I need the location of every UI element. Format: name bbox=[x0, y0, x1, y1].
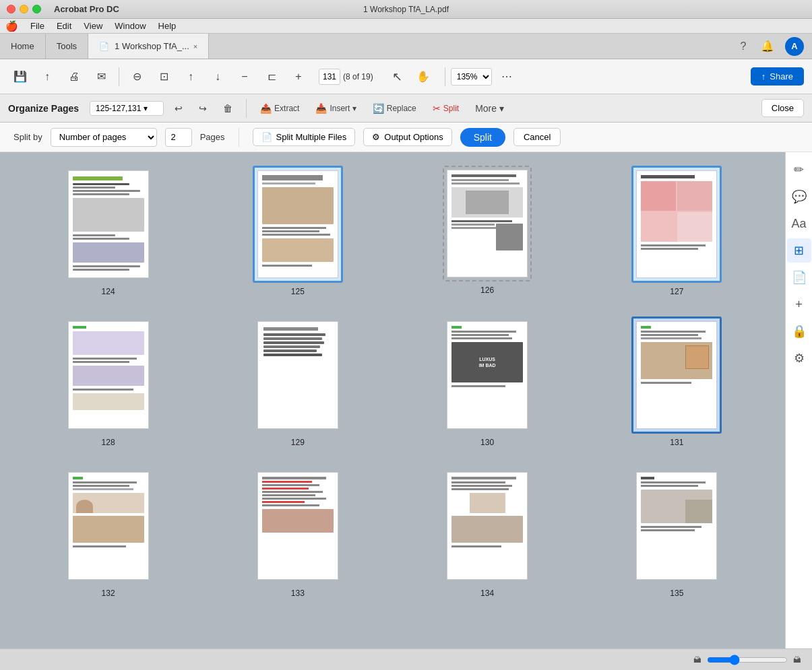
zoom-in-status-icon[interactable]: 🏔 bbox=[793, 655, 801, 665]
redo-button[interactable]: ↪ bbox=[193, 100, 212, 116]
close-organize-button[interactable]: Close bbox=[761, 99, 804, 117]
sidebar-create-pdf-icon[interactable]: + bbox=[787, 292, 811, 316]
extract-label: Extract bbox=[274, 104, 299, 113]
page-thumb-130[interactable]: LUXUSIM BAD 130 bbox=[400, 316, 575, 447]
menu-view[interactable]: View bbox=[78, 20, 108, 32]
split-action-button[interactable]: Split bbox=[460, 128, 505, 147]
sidebar-export-pdf-icon[interactable]: 📄 bbox=[787, 265, 811, 290]
page-thumb-127[interactable]: 127 bbox=[589, 166, 765, 296]
menu-help[interactable]: Help bbox=[153, 20, 182, 32]
page-range-dropdown-icon[interactable]: ▾ bbox=[144, 104, 148, 113]
zoom-out-small-button[interactable]: ⊖ bbox=[125, 65, 149, 89]
prev-page-button[interactable]: ↑ bbox=[179, 65, 203, 89]
page-thumb-128[interactable]: 128 bbox=[20, 316, 196, 447]
share-button[interactable]: ↑ Share bbox=[751, 67, 804, 86]
maximize-button[interactable] bbox=[32, 5, 41, 13]
more-label: More bbox=[475, 103, 497, 114]
page-thumb-129[interactable]: 129 bbox=[210, 316, 385, 447]
tab-close-icon[interactable]: × bbox=[193, 42, 197, 51]
fit-page-button[interactable]: ⊡ bbox=[152, 65, 176, 89]
help-icon[interactable]: ? bbox=[737, 40, 750, 53]
undo-button[interactable]: ↩ bbox=[169, 100, 188, 116]
thumb-image-130: LUXUSIM BAD bbox=[447, 321, 528, 429]
insert-button[interactable]: 📥 Insert ▾ bbox=[310, 100, 361, 116]
thumb-frame-127 bbox=[631, 166, 722, 283]
output-options-button[interactable]: ⚙ Output Options bbox=[363, 128, 451, 146]
view-options-button[interactable]: ⋯ bbox=[495, 65, 519, 89]
cursor-tools: ↖ ✋ bbox=[385, 65, 435, 89]
window-controls[interactable] bbox=[7, 5, 41, 13]
sidebar-comment-icon[interactable]: 💬 bbox=[787, 185, 811, 209]
minimize-button[interactable] bbox=[20, 5, 28, 13]
sidebar-fill-sign-icon[interactable]: ✏ bbox=[787, 158, 811, 182]
split-by-select[interactable]: Number of pages File size Top-level book… bbox=[51, 128, 157, 147]
replace-label: Replace bbox=[387, 104, 416, 113]
sidebar-edit-pdf-icon[interactable]: Aa bbox=[787, 211, 811, 236]
tab-file-label: 📄 bbox=[99, 42, 109, 51]
tab-file-name: 1 Workshop TfA_... bbox=[115, 41, 189, 51]
replace-icon: 🔄 bbox=[373, 103, 384, 114]
page-number-input[interactable] bbox=[319, 69, 340, 85]
extract-icon: 📤 bbox=[260, 103, 272, 114]
page-thumb-132[interactable]: 132 bbox=[20, 467, 196, 598]
cursor-select-button[interactable]: ↖ bbox=[385, 65, 410, 89]
menu-bar: 🍎 File Edit View Window Help bbox=[0, 19, 812, 34]
print-button[interactable]: 🖨 bbox=[62, 65, 86, 89]
thumb-label-130: 130 bbox=[480, 438, 494, 447]
tab-bar-right: ? 🔔 A bbox=[737, 37, 812, 56]
thumb-image-126 bbox=[447, 170, 528, 277]
thumb-image-129 bbox=[257, 321, 338, 429]
page-thumb-124[interactable]: 124 bbox=[20, 166, 196, 296]
pages-count-input[interactable] bbox=[165, 128, 192, 147]
cancel-button[interactable]: Cancel bbox=[513, 128, 561, 146]
sidebar-tools-more-icon[interactable]: ⚙ bbox=[787, 346, 811, 370]
sidebar-organize-pages-icon[interactable]: ⊞ bbox=[787, 238, 811, 263]
page-thumb-131[interactable]: 131 bbox=[589, 316, 765, 447]
page-thumb-134[interactable]: 134 bbox=[400, 467, 575, 598]
output-options-label: Output Options bbox=[384, 132, 443, 142]
split-button[interactable]: ✂ Split bbox=[427, 100, 464, 116]
mail-button[interactable]: ✉ bbox=[89, 65, 113, 89]
thumb-frame-130: LUXUSIM BAD bbox=[442, 316, 532, 434]
thumb-image-131 bbox=[636, 321, 717, 429]
upload-button[interactable]: ↑ bbox=[35, 65, 59, 89]
apple-icon[interactable]: 🍎 bbox=[5, 20, 18, 32]
tab-tools[interactable]: Tools bbox=[46, 34, 88, 59]
zoom-out-status-icon[interactable]: 🏔 bbox=[693, 655, 701, 665]
page-thumb-135[interactable]: 135 bbox=[589, 467, 765, 598]
close-button[interactable] bbox=[7, 5, 15, 13]
split-multiple-button[interactable]: 📄 Split Multiple Files bbox=[253, 128, 356, 146]
fit-width-button[interactable]: ⊏ bbox=[259, 65, 284, 89]
avatar-icon[interactable]: A bbox=[785, 37, 804, 56]
zoom-select[interactable]: 135% 100% 75% bbox=[451, 68, 492, 86]
save-button[interactable]: 💾 bbox=[8, 65, 32, 89]
sidebar-protect-icon[interactable]: 🔒 bbox=[787, 319, 811, 343]
menu-edit[interactable]: Edit bbox=[51, 20, 77, 32]
replace-button[interactable]: 🔄 Replace bbox=[367, 100, 422, 116]
thumb-image-125 bbox=[257, 170, 338, 278]
more-button[interactable]: More ▾ bbox=[470, 100, 509, 116]
thumb-frame-126 bbox=[443, 166, 532, 281]
extract-button[interactable]: 📤 Extract bbox=[255, 100, 305, 116]
thumb-label-134: 134 bbox=[480, 589, 494, 598]
page-thumb-125[interactable]: 125 bbox=[210, 166, 385, 296]
tab-file[interactable]: 📄 1 Workshop TfA_... × bbox=[88, 34, 209, 59]
thumb-image-128 bbox=[68, 321, 149, 429]
zoom-out-button[interactable]: − bbox=[232, 65, 257, 89]
thumb-label-126: 126 bbox=[480, 286, 494, 295]
next-page-button[interactable]: ↓ bbox=[206, 65, 230, 89]
menu-file[interactable]: File bbox=[25, 20, 50, 32]
tab-home[interactable]: Home bbox=[0, 34, 46, 59]
insert-label: Insert ▾ bbox=[330, 104, 356, 113]
zoom-in-button[interactable]: + bbox=[286, 65, 311, 89]
page-thumb-126[interactable]: 126 bbox=[400, 166, 575, 296]
hand-tool-button[interactable]: ✋ bbox=[411, 65, 435, 89]
notification-icon[interactable]: 🔔 bbox=[761, 40, 774, 53]
page-range-selector[interactable]: 125-127,131 ▾ bbox=[90, 101, 164, 116]
menu-window[interactable]: Window bbox=[109, 20, 151, 32]
delete-button[interactable]: 🗑 bbox=[218, 100, 238, 116]
page-thumb-133[interactable]: 133 bbox=[210, 467, 385, 598]
zoom-slider[interactable] bbox=[707, 655, 788, 665]
thumb-label-127: 127 bbox=[670, 287, 683, 296]
insert-icon: 📥 bbox=[315, 103, 327, 114]
